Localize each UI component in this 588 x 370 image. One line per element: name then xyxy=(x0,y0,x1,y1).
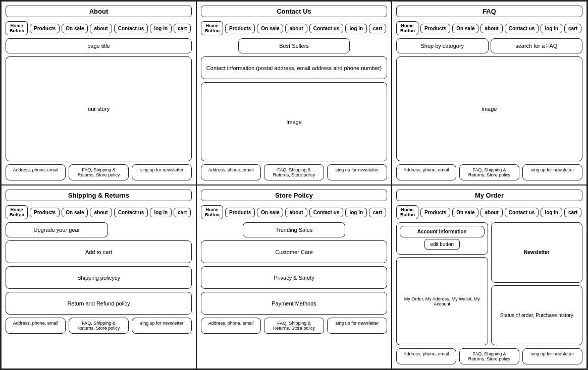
faq-cart-btn[interactable]: cart xyxy=(564,24,581,33)
store-about-btn[interactable]: about xyxy=(285,208,307,217)
contact-products-btn[interactable]: Products xyxy=(225,24,255,33)
contact-footer: Address, phone, email FAQ, Shipping & Re… xyxy=(201,164,387,180)
contact-image-box: Image xyxy=(201,82,387,161)
store-policy-title: Store Policy xyxy=(201,190,387,201)
faq-search-input[interactable]: search for a FAQ xyxy=(491,38,583,53)
faq-footer: Address, phone, email FAQ, Shipping & Re… xyxy=(396,164,582,180)
store-onsale-btn[interactable]: On sale xyxy=(257,208,283,217)
my-order-title: My Order xyxy=(396,190,582,201)
about-login-btn[interactable]: log in xyxy=(150,24,172,33)
about-products-btn[interactable]: Products xyxy=(30,24,60,33)
shipping-home-button[interactable]: Home Button xyxy=(6,205,28,219)
contact-us-nav: Home Button Products On sale about Conta… xyxy=(201,21,387,35)
store-footer: Address, phone, email FAQ, Shipping & Re… xyxy=(201,318,387,334)
shipping-nav: Home Button Products On sale about Conta… xyxy=(6,205,192,219)
store-home-button[interactable]: Home Button xyxy=(201,205,223,219)
panel-faq: FAQ Home Button Products On sale about C… xyxy=(392,1,587,185)
contact-info-box: Contact information (postal address, ema… xyxy=(201,56,387,79)
faq-onsale-btn[interactable]: On sale xyxy=(452,24,478,33)
about-nav: Home Button Products On sale about Conta… xyxy=(6,21,192,35)
shipping-footer-newsletter: sing up for newsletter xyxy=(132,318,192,334)
contact-footer-faq: FAQ, Shipping & Returns, Store policy xyxy=(264,164,324,180)
faq-shop-by[interactable]: Shop by category xyxy=(396,38,489,53)
faq-footer-faq: FAQ, Shipping & Returns, Store policy xyxy=(459,164,519,180)
shipping-title: Shipping & Returns xyxy=(6,190,192,201)
contact-cart-btn[interactable]: cart xyxy=(369,24,386,33)
edit-button[interactable]: edit button xyxy=(424,239,460,250)
faq-footer-newsletter: sing up for newsletter xyxy=(522,164,582,180)
contact-home-button[interactable]: Home Button xyxy=(201,21,223,35)
faq-search-row: Shop by category search for a FAQ xyxy=(396,38,582,53)
store-payment: Payment Methods xyxy=(201,292,387,315)
store-footer-newsletter: sing up for newsletter xyxy=(327,318,387,334)
contact-onsale-btn[interactable]: On sale xyxy=(257,24,283,33)
about-page-title: page title xyxy=(6,38,192,53)
contact-about-btn[interactable]: about xyxy=(285,24,307,33)
faq-products-btn[interactable]: Products xyxy=(420,24,450,33)
about-footer-newsletter: sing up for newsletter xyxy=(132,164,192,180)
shipping-products-btn[interactable]: Products xyxy=(30,208,60,217)
faq-nav: Home Button Products On sale about Conta… xyxy=(396,21,582,35)
shipping-onsale-btn[interactable]: On sale xyxy=(62,208,88,217)
contact-login-btn[interactable]: log in xyxy=(345,24,367,33)
shipping-cart-btn[interactable]: cart xyxy=(174,208,191,217)
shipping-contactus-btn[interactable]: Contact us xyxy=(114,208,148,217)
about-home-button[interactable]: Home Button xyxy=(6,21,28,35)
faq-home-button[interactable]: Home Button xyxy=(396,21,418,35)
shipping-policy: Shipping policycy xyxy=(6,266,192,289)
main-grid: About Home Button Products On sale about… xyxy=(0,0,588,370)
my-order-products-btn[interactable]: Products xyxy=(420,208,450,217)
about-footer-faq: FAQ, Shipping & Returns, Store policy xyxy=(69,164,129,180)
faq-contactus-btn[interactable]: Contact us xyxy=(505,24,539,33)
about-about-btn[interactable]: about xyxy=(90,24,112,33)
about-footer: Address, phone, email FAQ, Shipping & Re… xyxy=(6,164,192,180)
my-order-content: Account Information edit button My Order… xyxy=(396,222,582,345)
store-contactus-btn[interactable]: Contact us xyxy=(309,208,344,217)
my-order-footer-address: Address, phone, email xyxy=(396,348,456,364)
panel-shipping-returns: Shipping & Returns Home Button Products … xyxy=(1,185,196,369)
shipping-footer-faq: FAQ, Shipping & Returns, Store policy xyxy=(69,318,129,334)
shipping-add-to-cart[interactable]: Add to cart xyxy=(6,240,192,263)
contact-us-title: Contact Us xyxy=(201,6,387,17)
about-contactus-btn[interactable]: Contact us xyxy=(114,24,148,33)
store-customer-care: Customer Care xyxy=(201,240,387,263)
about-onsale-btn[interactable]: On sale xyxy=(62,24,88,33)
my-order-login-btn[interactable]: log in xyxy=(541,208,562,217)
faq-about-btn[interactable]: about xyxy=(480,24,502,33)
faq-image-box: image xyxy=(396,56,582,161)
panel-contact-us: Contact Us Home Button Products On sale … xyxy=(196,1,392,185)
my-order-footer: Address, phone, email FAQ, Shipping & Re… xyxy=(396,348,582,364)
store-cart-btn[interactable]: cart xyxy=(369,208,386,217)
my-order-home-button[interactable]: Home Button xyxy=(396,205,418,219)
my-order-footer-newsletter: sing up for newsletter xyxy=(522,348,582,364)
store-trending: Trending Sales xyxy=(243,222,345,237)
shipping-about-btn[interactable]: about xyxy=(90,208,112,217)
my-order-about-btn[interactable]: about xyxy=(480,208,502,217)
shipping-return-policy: Return and Refund policy xyxy=(6,292,192,315)
my-order-footer-faq: FAQ, Shipping & Returns, Store policy xyxy=(459,348,519,364)
store-footer-faq: FAQ, Shipping & Returns, Store policy xyxy=(264,318,324,334)
shipping-login-btn[interactable]: log in xyxy=(150,208,172,217)
panel-about: About Home Button Products On sale about… xyxy=(1,1,196,185)
store-privacy: Privacy & Safety xyxy=(201,266,387,289)
store-login-btn[interactable]: log in xyxy=(345,208,367,217)
store-products-btn[interactable]: Products xyxy=(225,208,255,217)
my-order-contactus-btn[interactable]: Contact us xyxy=(505,208,539,217)
account-info-container: Account Information edit button xyxy=(396,222,488,255)
contact-footer-address: Address, phone, email xyxy=(201,164,261,180)
contact-contactus-btn[interactable]: Contact us xyxy=(309,24,344,33)
my-order-right-column: Newsletter Status of order, Purchase his… xyxy=(491,222,583,345)
my-order-left-column: Account Information edit button My Order… xyxy=(396,222,488,345)
faq-login-btn[interactable]: log in xyxy=(541,24,562,33)
contact-footer-newsletter: sing up for newsletter xyxy=(327,164,387,180)
about-footer-address: Address, phone, email xyxy=(6,164,66,180)
shipping-upgrade: Upgrade your gear xyxy=(6,222,108,237)
faq-title: FAQ xyxy=(396,6,582,17)
about-our-story: our story xyxy=(6,56,192,161)
my-order-cart-btn[interactable]: cart xyxy=(564,208,581,217)
store-footer-address: Address, phone, email xyxy=(201,318,261,334)
about-cart-btn[interactable]: cart xyxy=(174,24,191,33)
contact-banner: Best Sellers xyxy=(238,38,350,53)
my-order-onsale-btn[interactable]: On sale xyxy=(452,208,478,217)
panel-my-order: My Order Home Button Products On sale ab… xyxy=(392,185,587,369)
